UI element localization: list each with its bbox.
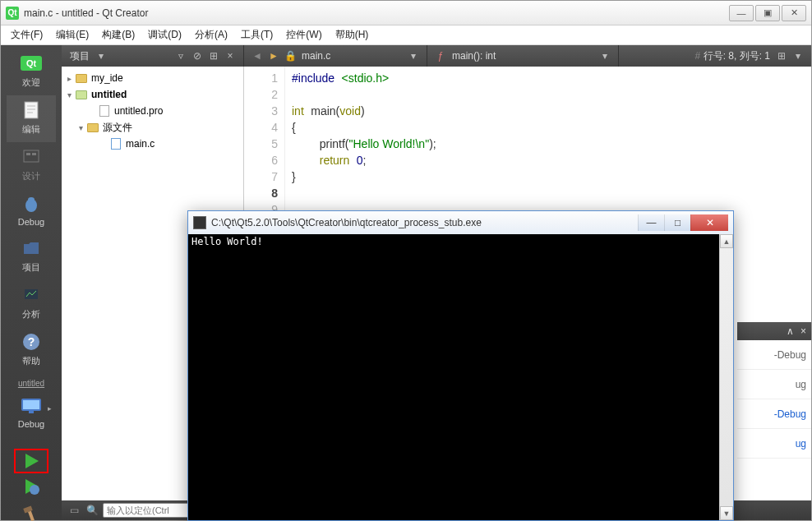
open-file-combo[interactable]: main.c: [298, 50, 405, 62]
menu-file[interactable]: 文件(F): [4, 26, 49, 44]
target-project-label[interactable]: untitled: [18, 379, 44, 388]
folder-icon: [75, 71, 88, 85]
tree-row-project[interactable]: ▾ untitled: [63, 86, 242, 103]
console-maximize-button[interactable]: □: [664, 214, 690, 231]
toggle-sidebar-icon[interactable]: ▭: [67, 503, 81, 518]
mode-analyze[interactable]: 分析: [7, 280, 56, 327]
close-pane-icon[interactable]: ×: [224, 49, 237, 62]
console-window: C:\Qt\Qt5.2.0\Tools\QtCreator\bin\qtcrea…: [187, 210, 734, 521]
menu-edit[interactable]: 编辑(E): [49, 26, 95, 44]
project-icon: [75, 88, 88, 101]
svg-rect-15: [23, 400, 39, 409]
project-combo[interactable]: 项目: [67, 49, 93, 63]
document-icon: [18, 99, 44, 122]
design-icon: [18, 145, 44, 168]
menu-bar: 文件(F) 编辑(E) 构建(B) 调试(D) 分析(A) 工具(T) 控件(W…: [1, 25, 811, 45]
tree-row-profile[interactable]: untitled.pro: [63, 103, 242, 119]
menu-tools[interactable]: 工具(T): [234, 26, 279, 44]
console-title-bar[interactable]: C:\Qt\Qt5.2.0\Tools\QtCreator\bin\qtcrea…: [188, 211, 733, 234]
svg-text:Qt: Qt: [26, 58, 37, 68]
menu-build[interactable]: 构建(B): [95, 26, 141, 44]
console-title: C:\Qt\Qt5.2.0\Tools\QtCreator\bin\qtcrea…: [211, 217, 638, 228]
console-minimize-button[interactable]: —: [638, 214, 664, 231]
tree-row-sources[interactable]: ▾ 源文件: [63, 119, 242, 136]
close-icon[interactable]: ×: [800, 325, 806, 337]
svg-marker-17: [25, 454, 39, 468]
split-icon[interactable]: ⊞: [775, 49, 788, 62]
chevron-down-icon[interactable]: ▾: [791, 49, 805, 62]
analyze-icon: [18, 284, 44, 307]
folder-icon: [86, 121, 99, 134]
hammer-icon: [18, 501, 44, 521]
qt-app-icon: Qt: [6, 7, 19, 20]
window-control-buttons: — ▣ ✕: [727, 5, 806, 21]
debug-run-button[interactable]: [7, 473, 56, 500]
tree-row-root[interactable]: ▸ my_ide: [63, 70, 242, 86]
output-panel-header[interactable]: ∧×: [737, 322, 811, 340]
mode-help[interactable]: ? 帮助: [7, 327, 56, 374]
back-icon[interactable]: ◄: [251, 49, 264, 62]
window-title: main.c - untitled - Qt Creator: [24, 7, 727, 19]
console-app-icon: [193, 216, 206, 229]
close-button[interactable]: ✕: [782, 5, 806, 21]
search-icon: 🔍: [85, 503, 99, 518]
console-close-button[interactable]: ✕: [690, 214, 728, 231]
menu-help[interactable]: 帮助(H): [329, 26, 376, 44]
mode-selector-bar: Qt 欢迎 编辑 设计 Debug: [1, 45, 62, 520]
svg-rect-21: [28, 511, 35, 521]
line-col-label[interactable]: # 行号: 8, 列号: 1: [692, 49, 773, 63]
svg-point-10: [28, 197, 35, 202]
target-selector[interactable]: Debug ▸: [7, 391, 56, 444]
svg-rect-16: [29, 411, 34, 413]
console-body: Hello World! ▲ ▼: [188, 234, 733, 520]
output-row[interactable]: ug: [737, 370, 811, 399]
svg-rect-2: [25, 102, 38, 118]
mode-welcome[interactable]: Qt 欢迎: [7, 48, 56, 95]
svg-rect-6: [24, 150, 39, 162]
mode-debug[interactable]: Debug: [7, 189, 56, 233]
tree-row-mainc[interactable]: main.c: [63, 136, 242, 152]
console-scrollbar[interactable]: ▲ ▼: [719, 234, 733, 520]
build-button[interactable]: [7, 500, 56, 521]
menu-analyze[interactable]: 分析(A): [188, 26, 234, 44]
output-panel-fragment: ∧× -Debug ug -Debug ug: [737, 322, 811, 459]
editor-toolbar: 项目 ▾ ▿ ⊘ ⊞ × ◄ ► 🔒 main.c ▾ ƒ main(): in…: [62, 45, 811, 67]
minimize-button[interactable]: —: [729, 5, 754, 21]
qt-logo-icon: Qt: [18, 52, 44, 75]
folder-icon: [18, 237, 44, 260]
filter-icon[interactable]: ▿: [174, 49, 187, 62]
scroll-up-icon[interactable]: ▲: [720, 234, 733, 248]
svg-text:?: ?: [28, 335, 35, 348]
chevron-down-icon[interactable]: ▾: [95, 49, 108, 62]
output-row[interactable]: -Debug: [737, 340, 811, 370]
mode-edit[interactable]: 编辑: [7, 95, 56, 142]
monitor-icon: [18, 394, 44, 417]
output-row[interactable]: ug: [737, 429, 811, 459]
output-row[interactable]: -Debug: [737, 399, 811, 429]
c-file-icon: [109, 137, 122, 150]
help-icon: ?: [18, 330, 44, 353]
svg-point-19: [30, 485, 39, 495]
link-icon[interactable]: ⊘: [191, 49, 204, 62]
add-icon[interactable]: ⊞: [207, 49, 220, 62]
mode-projects[interactable]: 项目: [7, 233, 56, 280]
mode-design[interactable]: 设计: [7, 142, 56, 189]
menu-debug[interactable]: 调试(D): [141, 26, 188, 44]
console-output[interactable]: Hello World!: [188, 234, 719, 520]
bug-icon: [18, 192, 44, 215]
scroll-down-icon[interactable]: ▼: [720, 506, 733, 520]
maximize-button[interactable]: ▣: [755, 5, 780, 21]
pro-file-icon: [98, 104, 111, 118]
chevron-down-icon[interactable]: ▾: [598, 49, 611, 62]
lock-icon[interactable]: 🔒: [284, 49, 297, 62]
run-button[interactable]: [14, 449, 48, 473]
svg-rect-7: [26, 153, 30, 155]
function-icon: ƒ: [434, 49, 447, 62]
window-title-bar[interactable]: Qt main.c - untitled - Qt Creator — ▣ ✕: [1, 1, 811, 25]
symbol-combo[interactable]: main(): int: [449, 50, 597, 62]
debug-run-icon: [18, 475, 44, 498]
chevron-down-icon[interactable]: ▾: [407, 49, 420, 62]
menu-widgets[interactable]: 控件(W): [279, 26, 328, 44]
forward-icon[interactable]: ►: [267, 49, 280, 62]
chevron-up-icon[interactable]: ∧: [787, 325, 794, 337]
